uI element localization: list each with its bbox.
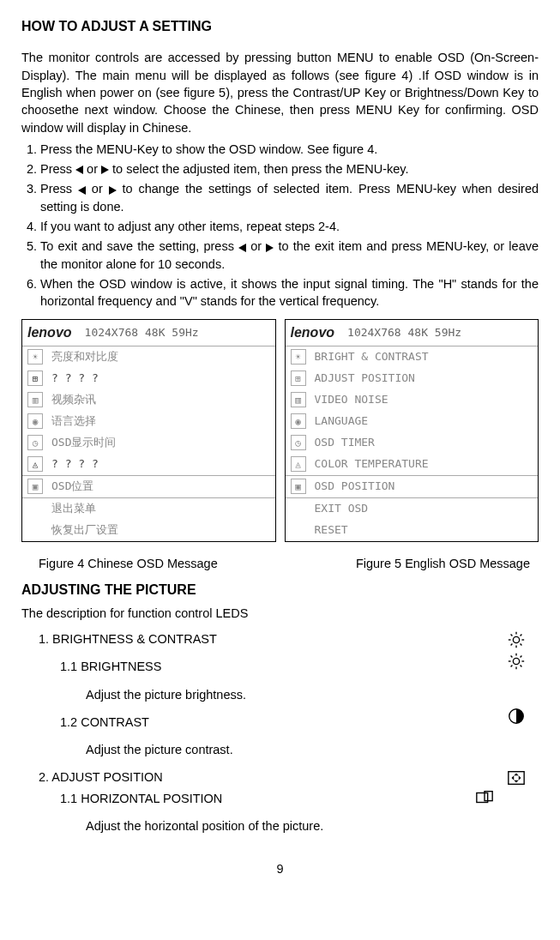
svg-line-8 bbox=[521, 635, 522, 636]
item-1: 1. BRIGHTNESS & CONTRAST bbox=[39, 630, 539, 648]
figures-container: lenovo 1024X768 48K 59Hz ☀亮度和对比度 ⊞? ? ? … bbox=[21, 319, 539, 542]
caption-4: Figure 4 Chinese OSD Message bbox=[39, 555, 218, 572]
steps-list: Press the MENU-Key to show the OSD windo… bbox=[21, 141, 539, 310]
figure-5: lenovo 1024X768 48K 59Hz ☀BRIGHT & CONTR… bbox=[285, 319, 539, 542]
step-1: Press the MENU-Key to show the OSD windo… bbox=[40, 141, 539, 158]
svg-line-14 bbox=[511, 656, 513, 658]
item-1-2-desc: Adjust the picture contrast. bbox=[39, 741, 539, 758]
color-icon: ◬ bbox=[291, 456, 306, 472]
osd-pos-icon: ▣ bbox=[27, 479, 43, 494]
triangle-right-icon bbox=[109, 186, 117, 195]
svg-point-0 bbox=[513, 636, 519, 642]
color-icon: ◬ bbox=[27, 456, 43, 472]
step-3: Press or to change the settings of selec… bbox=[40, 180, 539, 215]
svg-line-17 bbox=[521, 656, 522, 658]
brightness-icon: ☀ bbox=[291, 349, 306, 365]
lenovo-logo: lenovo bbox=[27, 323, 72, 342]
item-2: 2. ADJUST POSITION bbox=[39, 768, 539, 786]
svg-line-7 bbox=[511, 644, 513, 646]
page-number: 9 bbox=[21, 860, 539, 877]
timer-icon: ◷ bbox=[27, 435, 43, 450]
item-1-1-desc: Adjust the picture brightness. bbox=[39, 686, 539, 703]
position-icon: ⊞ bbox=[27, 371, 43, 386]
triangle-right-icon bbox=[101, 166, 109, 174]
triangle-left-icon bbox=[75, 166, 83, 174]
svg-line-16 bbox=[511, 666, 513, 667]
sun-half-icon bbox=[507, 652, 526, 671]
caption-5: Figure 5 English OSD Message bbox=[356, 555, 530, 572]
step-4: If you want to adjust any other items, r… bbox=[40, 218, 539, 235]
timer-icon: ◷ bbox=[291, 435, 306, 450]
step-2: Press or to select the adjusted item, th… bbox=[40, 160, 539, 178]
desc-leds: The description for function control LED… bbox=[21, 605, 539, 622]
svg-point-9 bbox=[513, 659, 519, 665]
figure-4: lenovo 1024X768 48K 59Hz ☀亮度和对比度 ⊞? ? ? … bbox=[21, 319, 276, 542]
svg-line-6 bbox=[521, 644, 522, 646]
heading-adjusting-picture: ADJUSTING THE PICTURE bbox=[21, 581, 539, 600]
item-2-1: 1.1 HORIZONTAL POSITION bbox=[39, 790, 539, 807]
hposition-icon bbox=[475, 788, 494, 807]
fig5-header: 1024X768 48K 59Hz bbox=[347, 325, 461, 340]
intro-paragraph: The monitor controls are accessed by pre… bbox=[21, 49, 539, 136]
contrast-icon bbox=[507, 707, 526, 726]
item-1-1: 1.1 BRIGHTNESS bbox=[39, 658, 539, 675]
sun-icon bbox=[507, 630, 526, 649]
language-icon: ◉ bbox=[27, 413, 43, 429]
triangle-right-icon bbox=[266, 244, 274, 252]
position-icon bbox=[507, 768, 526, 787]
brightness-icon: ☀ bbox=[27, 349, 43, 365]
osd-pos-icon: ▣ bbox=[291, 479, 306, 494]
item-2-1-desc: Adjust the horizontal position of the pi… bbox=[39, 817, 539, 835]
svg-line-5 bbox=[511, 635, 513, 636]
fig4-header: 1024X768 48K 59Hz bbox=[85, 325, 199, 340]
position-icon: ⊞ bbox=[291, 371, 306, 386]
step-5: To exit and save the setting, press or t… bbox=[40, 238, 539, 273]
noise-icon: ▥ bbox=[27, 392, 43, 407]
language-icon: ◉ bbox=[291, 413, 306, 429]
triangle-left-icon bbox=[238, 244, 246, 252]
lenovo-logo: lenovo bbox=[291, 323, 335, 342]
figure-captions: Figure 4 Chinese OSD Message Figure 5 En… bbox=[21, 555, 539, 572]
svg-line-15 bbox=[521, 666, 522, 667]
item-1-2: 1.2 CONTRAST bbox=[39, 714, 539, 731]
step-6: When the OSD window is active, it shows … bbox=[40, 275, 539, 310]
heading-adjust-setting: HOW TO ADJUST A SETTING bbox=[21, 17, 539, 36]
triangle-left-icon bbox=[78, 186, 86, 195]
noise-icon: ▥ bbox=[291, 392, 306, 407]
